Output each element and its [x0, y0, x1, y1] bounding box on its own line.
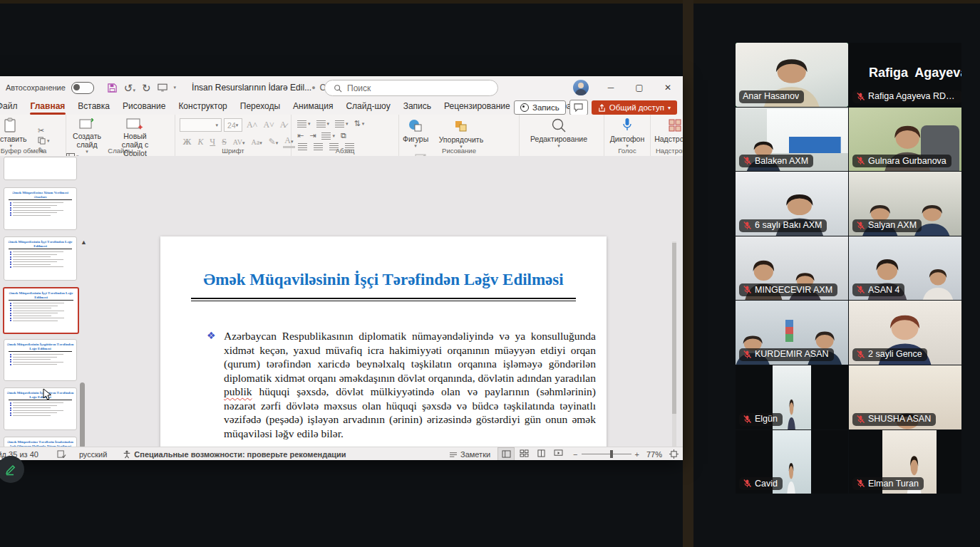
participant-tile[interactable]: Elman Turan	[849, 430, 961, 494]
copy-button[interactable]: ▾	[38, 137, 50, 145]
view-normal-button[interactable]	[497, 447, 515, 460]
italic-button[interactable]: К	[196, 137, 205, 147]
shrink-font-button[interactable]: A˅	[262, 120, 276, 130]
tab-5[interactable]: Конструктор	[172, 99, 233, 115]
bullets-button[interactable]: ▾	[297, 120, 311, 127]
editing-button[interactable]: Редактирование▾	[520, 115, 598, 149]
tab-6[interactable]: Переходы	[234, 99, 287, 115]
thumbnail-text-line	[13, 210, 63, 211]
clear-formatting-button[interactable]: A̷	[278, 120, 288, 130]
participant-tile[interactable]: Balakən AXM	[736, 108, 848, 172]
annotate-button[interactable]	[0, 456, 24, 483]
slide-thumbnail[interactable]: Əmək Müqaviləsinə Tərəflərin İradəsindən…	[4, 437, 77, 447]
addins-button[interactable]: Надстройки	[651, 115, 683, 149]
decrease-indent-button[interactable]: ⇤	[297, 132, 304, 140]
slide-scrollbar-thumb[interactable]	[672, 243, 676, 414]
participant-tile[interactable]: 2 sayli Gence	[849, 301, 961, 365]
comments-button[interactable]	[569, 100, 588, 115]
thumbnail-scrollbar[interactable]	[80, 382, 85, 447]
participant-tile[interactable]: SHUSHA ASAN	[849, 365, 961, 429]
saved-dot: ●	[311, 84, 315, 91]
char-spacing-button[interactable]: AV▾	[231, 138, 247, 146]
slide-thumbnail[interactable]: Əmək Müqaviləsinə Xitam Verilməsi Əsasla…	[4, 187, 77, 230]
font-size-select[interactable]: 24▾	[224, 118, 242, 132]
restore-button[interactable]: ▢	[627, 77, 651, 98]
minimize-button[interactable]: ─	[599, 77, 623, 98]
view-reading-button[interactable]	[533, 447, 549, 459]
avatar[interactable]	[573, 80, 589, 95]
paste-button[interactable]: Вставить▾	[0, 115, 31, 149]
spellcheck-word: publik	[224, 385, 252, 397]
shapes-button[interactable]: Фигуры▾	[399, 115, 432, 149]
language-indicator[interactable]: русский	[79, 450, 107, 459]
slideshow-qat-icon[interactable]	[158, 83, 167, 92]
tab-8[interactable]: Слайд-шоу	[339, 99, 396, 115]
bold-button[interactable]: Ж	[181, 137, 193, 147]
underline-button[interactable]: Ч	[208, 137, 217, 147]
notes-button[interactable]: Заметки	[449, 450, 490, 459]
text-direction-button[interactable]: ⇅▾	[354, 120, 365, 127]
copilot-slide-button[interactable]: Новый слайд с Copilot	[110, 115, 159, 149]
columns-button[interactable]: ▾	[321, 132, 335, 140]
slide-thumbnail[interactable]: Əmək Müqaviləsinin İşçi Tərəfindən Ləğv …	[3, 287, 79, 334]
cut-button[interactable]: ✂	[38, 127, 50, 135]
dictate-button[interactable]: Диктофон▾	[604, 115, 650, 149]
new-slide-button[interactable]: Создать слайд▾	[66, 115, 108, 149]
participant-tile[interactable]: Elgün	[736, 365, 848, 429]
tab-2[interactable]: Главная	[24, 99, 72, 115]
zoom-in-icon[interactable]: +	[635, 450, 639, 459]
participant-tile[interactable]: ASAN 4	[849, 236, 961, 301]
redo-icon[interactable]: ↻	[142, 83, 151, 93]
zoom-out-icon[interactable]: −	[573, 450, 577, 459]
view-slideshow-button[interactable]	[550, 447, 566, 459]
line-spacing-button[interactable]: ▾	[335, 120, 349, 127]
accessibility-status[interactable]: Специальные возможности: проверьте реком…	[123, 450, 346, 459]
slide-body-text[interactable]: ❖Azərbaycan Respublikasının diplomatik n…	[207, 329, 596, 440]
fit-slide-button[interactable]	[669, 449, 679, 459]
slide-thumbnail[interactable]: Əmək Müqaviləsinin İşçi Tərəfindən Ləğv …	[4, 236, 77, 281]
change-case-button[interactable]: Aa▾	[249, 138, 264, 146]
grow-font-button[interactable]: A˄	[244, 120, 259, 130]
slide-thumbnail[interactable]: Əmək Müqaviləsinin İşəgötürən Tərəfindən…	[4, 339, 77, 381]
tab-4[interactable]: Рисование	[116, 99, 172, 115]
tab-3[interactable]: Вставка	[71, 99, 116, 115]
strikethrough-button[interactable]: S	[220, 137, 229, 147]
view-sorter-button[interactable]	[516, 447, 532, 459]
zoom-slider-thumb[interactable]	[610, 450, 613, 458]
smartart-button[interactable]: ⧉	[341, 132, 346, 140]
autosave-toggle[interactable]	[71, 82, 94, 94]
arrange-button[interactable]: Упорядочить▾	[435, 115, 487, 150]
tab-7[interactable]: Анимация	[287, 99, 339, 115]
participant-tile[interactable]: Gulnara Gurbanova	[849, 108, 961, 172]
record-button[interactable]: Запись	[514, 100, 566, 115]
close-button[interactable]: ✕	[656, 77, 680, 98]
slide-thumbnail[interactable]	[4, 157, 77, 180]
font-name-select[interactable]: ▾	[180, 118, 222, 132]
thumbnail-text-line	[13, 202, 63, 203]
share-button[interactable]: Общий доступ ▾	[592, 100, 677, 115]
tab-1[interactable]: Файл	[0, 99, 24, 115]
undo-icon[interactable]: ↺▾	[124, 83, 135, 93]
slide-thumbnail[interactable]: Əmək Müqaviləsinin İşəgötürən Tərəfindən…	[4, 387, 77, 430]
participant-tile[interactable]: Rafiga Agayeva... Rafiga Agayeva RDIKI..…	[849, 43, 961, 107]
increase-indent-button[interactable]: ⇥	[309, 132, 316, 140]
slide-title[interactable]: Əmək Müqaviləsinin İşçi Tərəfindən Ləğv …	[175, 271, 592, 289]
highlight-button[interactable]: ✎▾	[267, 137, 280, 147]
participant-tile[interactable]: Cavid	[736, 430, 848, 494]
qat-customize-icon[interactable]: ▾	[174, 85, 177, 90]
tab-10[interactable]: Рецензирование	[438, 99, 517, 115]
save-icon[interactable]	[107, 83, 118, 93]
zoom-slider[interactable]: − +	[573, 450, 639, 459]
participant-tile[interactable]: 6 saylı Bakı AXM	[736, 172, 848, 236]
search-input[interactable]: Поиск	[324, 80, 498, 96]
thumbnail-scroll-up-icon[interactable]: ▲	[81, 239, 87, 246]
numbering-button[interactable]: ▾	[316, 120, 330, 127]
tab-9[interactable]: Запись	[397, 99, 438, 115]
spellcheck-icon[interactable]	[57, 450, 66, 459]
zoom-level[interactable]: 77%	[646, 450, 662, 459]
participant-tile[interactable]: Salyan AXM	[849, 172, 961, 236]
slide-canvas[interactable]: Əmək Müqaviləsinin İşçi Tərəfindən Ləğv …	[160, 236, 607, 447]
participant-tile[interactable]: Anar Hasanov	[736, 43, 848, 107]
participant-tile[interactable]: MINGECEVIR AXM	[736, 236, 848, 301]
participant-tile[interactable]: KURDEMIR ASAN	[736, 301, 848, 365]
